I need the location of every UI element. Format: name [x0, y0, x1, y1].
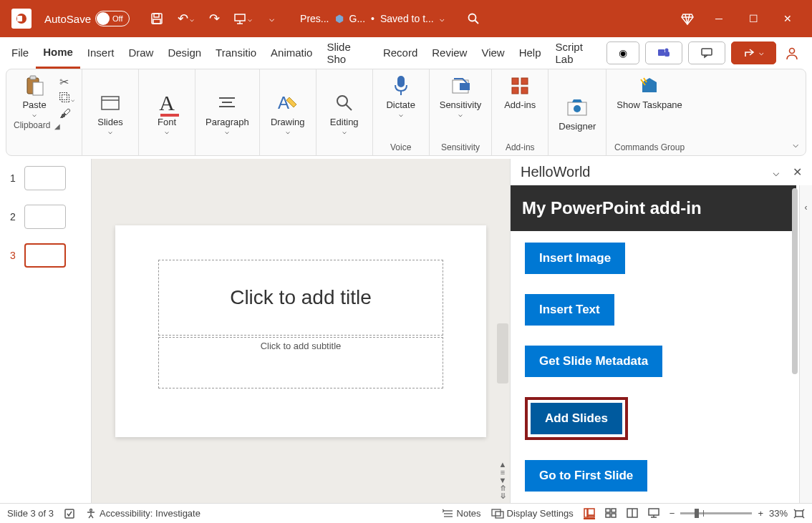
tab-insert[interactable]: Insert [80, 37, 122, 69]
close-button[interactable]: ✕ [770, 1, 805, 36]
record-button[interactable]: ◉ [606, 41, 639, 64]
zoom-in-icon[interactable]: + [758, 508, 763, 519]
dictate-button[interactable]: Dictate [380, 72, 422, 119]
autosave-toggle[interactable]: Off [95, 11, 130, 26]
drawing-button[interactable]: A Drawing [267, 89, 309, 137]
view-buttons [584, 508, 659, 519]
sorter-view-icon[interactable] [605, 508, 617, 519]
group-designer: Designer [548, 69, 606, 155]
insert-image-button[interactable]: Insert Image [525, 243, 625, 274]
title-placeholder[interactable]: Click to add title [158, 260, 443, 336]
spellcheck-icon[interactable] [64, 508, 75, 519]
svg-rect-5 [235, 14, 245, 21]
tab-record[interactable]: Record [376, 37, 425, 69]
taskpane-dropdown-icon[interactable]: ⌵ [773, 165, 780, 179]
svg-rect-32 [460, 83, 470, 90]
document-name[interactable]: Pres... [300, 13, 329, 24]
ribbon-expand-icon[interactable]: ⌵ [793, 138, 798, 150]
title-bar: AutoSave Off ↶⌵ ↷ ⌵ ⌵ Pres... ⬢ G... • S… [0, 0, 812, 37]
undo-icon[interactable]: ↶⌵ [174, 7, 197, 30]
save-icon[interactable] [145, 7, 168, 30]
maximize-button[interactable]: ☐ [736, 1, 770, 36]
share-button[interactable]: ⌵ [731, 41, 776, 64]
subtitle-placeholder[interactable]: Click to add subtitle [158, 337, 443, 388]
svg-rect-19 [30, 76, 36, 79]
tab-scriptlab[interactable]: Script Lab [548, 37, 606, 69]
clipboard-launcher[interactable]: ◢ [54, 122, 60, 130]
taskpane-close-icon[interactable]: ✕ [793, 165, 802, 179]
cut-icon[interactable]: ✂ [59, 75, 74, 89]
add-slides-button[interactable]: Add Slides [531, 403, 622, 434]
qat-more-icon[interactable]: ⌵ [260, 7, 283, 30]
zoom-slider[interactable] [680, 512, 752, 514]
tab-review[interactable]: Review [425, 37, 474, 69]
fit-view-icon[interactable] [793, 509, 805, 519]
tab-animations[interactable]: Animatio [264, 37, 319, 69]
svg-rect-44 [492, 509, 501, 516]
insert-text-button[interactable]: Insert Text [525, 294, 614, 326]
zoom-percent[interactable]: 33% [769, 508, 788, 519]
tab-file[interactable]: File [4, 37, 36, 69]
get-metadata-button[interactable]: Get Slide Metadata [525, 346, 662, 377]
normal-view-icon[interactable] [584, 508, 595, 519]
notes-button[interactable]: Notes [443, 508, 481, 519]
tab-transitions[interactable]: Transitio [208, 37, 264, 69]
search-icon[interactable] [462, 7, 485, 30]
display-settings-button[interactable]: Display Settings [491, 508, 574, 519]
sensitivity-button[interactable]: Sensitivity [437, 72, 485, 119]
taskpane-collapse-icon[interactable]: ‹ [799, 185, 812, 503]
zoom-out-icon[interactable]: − [670, 508, 675, 519]
font-button[interactable]: A Font [146, 89, 188, 137]
thumb-3[interactable]: 3 [10, 243, 81, 268]
svg-rect-3 [154, 14, 159, 17]
slides-button[interactable]: Slides [90, 89, 131, 137]
autosave-state: Off [112, 14, 122, 23]
nav-arrows[interactable]: ▲≡▼⤊⤋ [497, 461, 508, 500]
tab-draw[interactable]: Draw [121, 37, 160, 69]
svg-rect-15 [664, 52, 670, 57]
group-editing: Editing [316, 69, 373, 155]
sensitivity-label2: Sensitivity [441, 142, 480, 154]
slideshow-view-icon[interactable] [648, 508, 659, 519]
tab-home[interactable]: Home [36, 37, 80, 69]
copy-icon[interactable]: ⿻⌵ [59, 92, 74, 104]
account-icon[interactable] [782, 46, 802, 60]
designer-button[interactable]: Designer [556, 94, 599, 133]
first-slide-button[interactable]: Go to First Slide [525, 460, 647, 492]
taskpane-title: HelloWorld [521, 164, 590, 180]
svg-rect-34 [521, 78, 528, 84]
accessibility-button[interactable]: Accessibility: Investigate [85, 508, 200, 519]
slide-counter[interactable]: Slide 3 of 3 [7, 508, 54, 519]
thumb-1[interactable]: 1 [10, 166, 81, 190]
thumb-2[interactable]: 2 [10, 205, 81, 229]
teams-button[interactable] [645, 41, 682, 64]
tab-view[interactable]: View [474, 37, 511, 69]
addins-button[interactable]: Add-ins [499, 72, 541, 112]
present-icon[interactable]: ⌵ [231, 7, 254, 30]
tab-help[interactable]: Help [512, 37, 548, 69]
status-bar: Slide 3 of 3 Accessibility: Investigate … [0, 503, 812, 523]
taskpane-scrollbar[interactable] [792, 188, 798, 374]
tab-design[interactable]: Design [160, 37, 208, 69]
tab-slideshow[interactable]: Slide Sho [319, 37, 375, 69]
show-taskpane-button[interactable]: Show Taskpane [614, 72, 685, 112]
diamond-icon[interactable] [676, 7, 699, 30]
redo-icon[interactable]: ↷ [203, 7, 226, 30]
format-painter-icon[interactable]: 🖌 [59, 107, 74, 120]
svg-rect-21 [102, 97, 119, 109]
add-slides-highlight: Add Slides [525, 397, 628, 440]
editing-button[interactable]: Editing [324, 89, 365, 137]
svg-rect-1 [17, 16, 22, 21]
paragraph-button[interactable]: Paragraph [203, 89, 252, 137]
svg-rect-20 [33, 82, 43, 95]
group-voice: Dictate Voice [373, 69, 430, 155]
comments-button[interactable] [688, 41, 725, 64]
taskpane-banner: My PowerPoint add-in [511, 185, 796, 231]
canvas-scrollbar[interactable] [497, 323, 508, 383]
minimize-button[interactable]: ─ [702, 1, 736, 36]
ribbon-tabs: File Home Insert Draw Design Transitio A… [0, 37, 812, 69]
paste-button[interactable]: Paste [14, 72, 55, 120]
slide[interactable]: Click to add title Click to add subtitle [115, 225, 486, 437]
reading-view-icon[interactable] [627, 508, 638, 519]
taskpane-header: HelloWorld ⌵ ✕ [511, 159, 812, 185]
